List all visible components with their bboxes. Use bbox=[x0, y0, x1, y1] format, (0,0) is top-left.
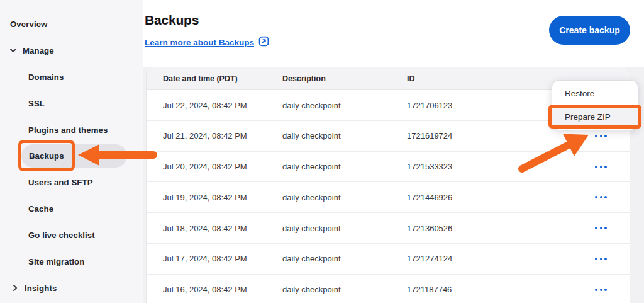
cell-date: Jul 21, 2024, 08:42 PM bbox=[163, 121, 247, 151]
cell-date: Jul 19, 2024, 08:42 PM bbox=[163, 182, 247, 212]
sidebar-item-label: Insights bbox=[25, 283, 57, 293]
column-header-id: ID bbox=[407, 67, 415, 90]
cell-id: 1721360526 bbox=[407, 213, 452, 243]
cell-id: 1721533323 bbox=[407, 152, 452, 182]
learn-more-label: Learn more about Backups bbox=[145, 38, 254, 47]
cell-description: daily checkpoint bbox=[282, 275, 341, 303]
table-row: Jul 19, 2024, 08:42 PM daily checkpoint … bbox=[147, 182, 630, 213]
column-header-description: Description bbox=[282, 67, 326, 90]
cell-description: daily checkpoint bbox=[282, 121, 341, 151]
sidebar-item-backups[interactable]: Backups bbox=[21, 144, 127, 168]
learn-more-link[interactable]: Learn more about Backups bbox=[145, 36, 269, 49]
chevron-right-icon bbox=[11, 284, 19, 292]
table-row: Jul 16, 2024, 08:42 PM daily checkpoint … bbox=[147, 275, 630, 303]
row-actions-button[interactable] bbox=[592, 286, 609, 294]
row-actions-button[interactable] bbox=[592, 224, 609, 232]
sidebar-item-label: Site migration bbox=[28, 257, 84, 266]
cell-id: 1721446926 bbox=[407, 182, 452, 212]
sidebar-item-label: Manage bbox=[23, 46, 54, 55]
cell-date: Jul 16, 2024, 08:42 PM bbox=[163, 275, 247, 303]
sidebar-item-cache[interactable]: Cache bbox=[28, 200, 53, 217]
sidebar-item-label: Go live checklist bbox=[28, 231, 95, 240]
create-backup-button[interactable]: Create backup bbox=[549, 16, 630, 45]
cell-date: Jul 22, 2024, 08:42 PM bbox=[163, 90, 247, 120]
cell-id: 1721706123 bbox=[407, 90, 452, 120]
sidebar-item-users-and-sftp[interactable]: Users and SFTP bbox=[28, 173, 93, 191]
column-header-date: Date and time (PDT) bbox=[163, 67, 238, 90]
sidebar-item-manage[interactable]: Manage bbox=[9, 42, 54, 59]
cell-description: daily checkpoint bbox=[282, 90, 341, 120]
sidebar-item-insights[interactable]: Insights bbox=[11, 279, 57, 297]
menu-item-restore[interactable]: Restore bbox=[552, 82, 638, 105]
sidebar: Overview Manage Domains SSL Plugins and … bbox=[0, 0, 143, 303]
cell-date: Jul 18, 2024, 08:42 PM bbox=[163, 213, 247, 243]
sidebar-item-overview[interactable]: Overview bbox=[10, 15, 47, 33]
row-actions-button[interactable] bbox=[592, 193, 609, 201]
tree-guide-line bbox=[14, 63, 14, 272]
sidebar-item-label: Backups bbox=[29, 151, 64, 161]
cell-description: daily checkpoint bbox=[282, 213, 341, 243]
row-actions-button[interactable] bbox=[592, 255, 609, 263]
table-row: Jul 18, 2024, 08:42 PM daily checkpoint … bbox=[147, 213, 630, 244]
cell-date: Jul 17, 2024, 08:42 PM bbox=[163, 244, 247, 274]
sidebar-item-go-live-checklist[interactable]: Go live checklist bbox=[28, 226, 95, 244]
cell-date: Jul 20, 2024, 08:42 PM bbox=[163, 152, 247, 182]
sidebar-item-domains[interactable]: Domains bbox=[28, 68, 64, 86]
sidebar-item-ssl[interactable]: SSL bbox=[28, 94, 45, 112]
table-row: Jul 20, 2024, 08:42 PM daily checkpoint … bbox=[147, 152, 630, 183]
sidebar-item-label: Plugins and themes bbox=[28, 125, 108, 135]
cell-id: 1721187746 bbox=[407, 275, 452, 303]
cell-description: daily checkpoint bbox=[282, 244, 341, 274]
cell-description: daily checkpoint bbox=[282, 152, 341, 182]
cell-id: 1721619724 bbox=[407, 121, 452, 151]
sidebar-item-plugins-and-themes[interactable]: Plugins and themes bbox=[28, 121, 108, 139]
external-link-icon bbox=[258, 36, 269, 49]
page-title: Backups bbox=[145, 13, 199, 28]
cell-id: 1721274124 bbox=[407, 244, 452, 274]
cell-description: daily checkpoint bbox=[282, 182, 341, 212]
table-row: Jul 17, 2024, 08:42 PM daily checkpoint … bbox=[147, 244, 630, 275]
sidebar-item-label: Domains bbox=[28, 72, 64, 82]
row-actions-menu: Restore Prepare ZIP bbox=[552, 81, 638, 130]
sidebar-item-site-migration[interactable]: Site migration bbox=[28, 253, 84, 270]
menu-item-prepare-zip[interactable]: Prepare ZIP bbox=[552, 105, 638, 129]
chevron-down-icon bbox=[9, 47, 17, 54]
sidebar-item-label: Overview bbox=[10, 20, 47, 29]
sidebar-item-label: Cache bbox=[28, 204, 53, 214]
backups-page: Overview Manage Domains SSL Plugins and … bbox=[0, 0, 644, 303]
row-actions-button[interactable] bbox=[592, 163, 609, 171]
sidebar-item-label: SSL bbox=[28, 99, 45, 108]
sidebar-item-label: Users and SFTP bbox=[28, 178, 93, 187]
row-actions-button[interactable] bbox=[592, 132, 609, 140]
